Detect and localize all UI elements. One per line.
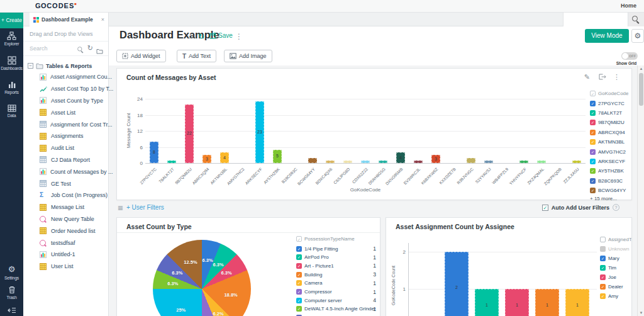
legend-item-tim[interactable]: ✓Tim xyxy=(600,264,616,271)
legend-color-checkbox[interactable]: ✓ xyxy=(590,149,596,155)
legend-color-checkbox[interactable]: ✓ xyxy=(590,168,596,174)
bar-BCWG64YY[interactable] xyxy=(308,158,317,164)
auto-add-user-filters[interactable]: ✓ Auto Add User Filters ? xyxy=(542,204,619,211)
sidebar-item-asset-cost-top-10-by-t[interactable]: Asset Cost Top 10 by T... xyxy=(23,83,108,95)
checkbox-icon[interactable]: ✓ xyxy=(590,91,596,96)
bar-C6SJPG8D[interactable] xyxy=(343,161,352,163)
search-icon[interactable] xyxy=(77,45,84,56)
drag-handle-icon[interactable]: ▦ xyxy=(118,205,123,211)
help-icon[interactable]: ? xyxy=(613,204,619,211)
checkbox-icon[interactable]: ✓ xyxy=(296,236,302,242)
bar-ZKZ4QMAL[interactable] xyxy=(537,161,546,163)
legend-color-checkbox[interactable]: ✓ xyxy=(600,274,606,280)
legend-item-compressor[interactable]: ✓Compressor xyxy=(296,288,332,296)
bar-mary[interactable] xyxy=(445,252,469,316)
sidebar-item-asset-assignment-cou[interactable]: Asset Assignment Cou... xyxy=(23,71,108,83)
legend-item-airpod-pro[interactable]: ✓AirPod Pro xyxy=(296,254,329,261)
legend-color-checkbox[interactable]: ✓ xyxy=(296,272,302,278)
legend-item-mary[interactable]: ✓Mary xyxy=(600,254,619,262)
scrollbar-thumb[interactable] xyxy=(639,73,643,106)
legend-color-checkbox[interactable]: ✓ xyxy=(296,263,302,269)
legend-item-aktmn3bl[interactable]: ✓AKTMN3BL xyxy=(590,138,625,146)
sidebar-item-cj-data-report[interactable]: CJ Data Report xyxy=(23,154,108,166)
sidebar-search-input[interactable]: Search xyxy=(30,45,48,52)
nav-explorer[interactable]: Explorer xyxy=(0,31,23,46)
legend-color-checkbox[interactable]: ✓ xyxy=(296,254,302,260)
asset-type-pie[interactable] xyxy=(153,240,251,316)
legend-item-possessiontypename[interactable]: ✓PossessionTypeName xyxy=(296,235,355,242)
legend-color-checkbox[interactable]: ✓ xyxy=(296,289,302,295)
legend-show-more[interactable]: + 15 more... xyxy=(590,196,617,201)
legend-item-amvg7hc2[interactable]: ✓AMVG7HC2 xyxy=(590,148,626,155)
add-image-button[interactable]: Add Image xyxy=(224,50,272,62)
tab-close-icon[interactable]: × xyxy=(101,16,104,23)
legend-item-78alkt2t[interactable]: ✓78ALKT2T xyxy=(590,109,622,116)
scroll-down-icon[interactable]: ▼ xyxy=(638,311,644,315)
legend-item-unknown[interactable]: Unknown xyxy=(600,245,629,252)
home-link[interactable]: Home xyxy=(621,3,636,9)
sidebar-item-ge-test[interactable]: GE Test xyxy=(23,178,108,189)
legend-color-checkbox[interactable]: ✓ xyxy=(600,265,606,271)
legend-item-arksecyf[interactable]: ✓ARKSECYF xyxy=(590,157,625,165)
global-search-button[interactable] xyxy=(628,13,644,26)
legend-color-checkbox[interactable]: ✓ xyxy=(296,280,302,286)
sidebar-item-asset-list[interactable]: Asset List xyxy=(23,106,108,118)
legend-item-amy[interactable]: ✓Amy xyxy=(600,292,618,300)
bar-YHNYFNCF[interactable] xyxy=(519,161,528,163)
bar-EV3WKC3L[interactable] xyxy=(414,161,423,163)
legend-item-ay5thzbk[interactable]: ✓AY5THZBK xyxy=(590,167,624,175)
legend-item-assignedto[interactable]: AssignedTo xyxy=(600,235,632,243)
bar-ZZJLXA5U[interactable] xyxy=(572,161,581,163)
add-text-button[interactable]: T Add Text xyxy=(177,50,216,62)
dashboard-settings-button[interactable]: ⚙ xyxy=(631,29,644,43)
tree-folder-tables-reports[interactable]: − Tables & Reports xyxy=(23,60,108,71)
legend-color-checkbox[interactable]: ✓ xyxy=(600,256,606,261)
bar-D5RH8G5G[interactable] xyxy=(379,161,387,163)
sidebar-item-audit-list[interactable]: Audit List xyxy=(23,142,108,154)
legend-item-desktop-computer[interactable]: ✓Desktop computer xyxy=(296,314,345,316)
create-button[interactable]: + Create xyxy=(0,13,23,28)
checkbox-icon[interactable] xyxy=(600,237,606,242)
legend-color-checkbox[interactable]: ✓ xyxy=(600,293,606,299)
add-user-filters-link[interactable]: + User Filters xyxy=(126,204,164,211)
refresh-icon[interactable]: ↻ xyxy=(87,45,93,52)
save-button[interactable]: Save xyxy=(209,32,233,39)
legend-item-joe[interactable]: ✓Joe xyxy=(600,273,616,281)
tab-dashboard-example[interactable]: Dashboard Example × xyxy=(30,13,109,26)
legend-color-checkbox[interactable]: ✓ xyxy=(590,139,596,145)
legend-color-checkbox[interactable]: ✓ xyxy=(296,298,302,303)
nav-data[interactable]: Data xyxy=(0,104,23,118)
bar-R39JVNGC[interactable] xyxy=(467,158,475,164)
scroll-up-icon[interactable]: ▲ xyxy=(638,67,644,71)
sidebar-item-count-of-messages-by[interactable]: Count of Messages by ... xyxy=(23,166,108,178)
legend-item-building[interactable]: ✓Building xyxy=(296,271,322,278)
nav-trash[interactable]: Trash xyxy=(0,286,23,300)
sidebar-item-new-query-table[interactable]: New Query Table xyxy=(23,213,108,225)
legend-item-abrcxq94[interactable]: ✓ABRCXQ94 xyxy=(590,128,625,136)
sidebar-item-testsdfsaf[interactable]: testsdfsaf xyxy=(23,237,108,249)
bar-BDXC4QX6[interactable] xyxy=(326,161,335,163)
nav-settings[interactable]: ⚙ Settings xyxy=(0,263,23,280)
global-search-input[interactable] xyxy=(563,13,628,26)
auto-add-checkbox[interactable]: ✓ xyxy=(542,205,548,211)
legend-color-checkbox[interactable]: ✓ xyxy=(600,284,606,290)
legend-item-9b7qm82u[interactable]: ✓9B7QM82U xyxy=(590,119,625,127)
legend-color-checkbox[interactable]: ✓ xyxy=(590,188,596,193)
refresh-icon[interactable]: ↻ xyxy=(198,32,204,41)
sidebar-item-assignment-for-cost-tr[interactable]: Assignment for Cost Tr... xyxy=(23,118,108,130)
legend-item-1-4-pipe-fitting[interactable]: ✓1/4 Pipe Fitting xyxy=(296,245,338,252)
legend-color-checkbox[interactable]: ✓ xyxy=(590,120,596,125)
legend-item-computer-server[interactable]: ✓Computer server xyxy=(296,296,342,304)
bar-78ALKT2T[interactable] xyxy=(167,161,176,163)
legend-color-checkbox[interactable]: ✓ xyxy=(590,159,596,164)
more-options-icon[interactable]: ⋮ xyxy=(235,32,243,41)
add-widget-button[interactable]: Add Widget xyxy=(116,50,166,62)
legend-item-art-picture1[interactable]: ✓Art - Picture1 xyxy=(296,262,334,269)
collapse-sidebar-button[interactable] xyxy=(0,307,23,313)
legend-color-checkbox[interactable]: ✓ xyxy=(590,101,596,106)
nav-reports[interactable]: Reports xyxy=(0,81,23,94)
sidebar-item-asset-count-by-type[interactable]: Asset Count by Type xyxy=(23,95,108,107)
legend-item-b28c693c[interactable]: ✓B28C693C xyxy=(590,177,623,184)
legend-item-dewalt-4-5-inch-angle-grinder[interactable]: ✓DeWALT 4.5-Inch Angle Grinder xyxy=(296,305,376,313)
sidebar-item-assignments[interactable]: Assignments xyxy=(23,130,108,142)
